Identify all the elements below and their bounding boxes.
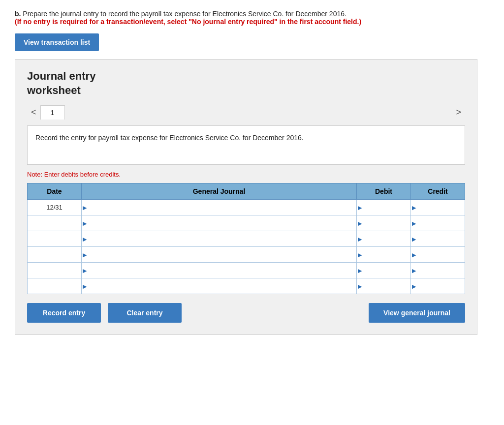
debit-arrow-icon-5: ▶ (358, 283, 362, 289)
table-row: ▶▶▶ (28, 231, 465, 247)
credit-cell-3[interactable]: ▶ (411, 247, 465, 263)
worksheet-container: Journal entry worksheet < 1 > Record the… (15, 59, 477, 335)
credit-input-2[interactable] (411, 231, 465, 246)
tab-right-arrow[interactable]: > (452, 105, 465, 120)
credit-cell-0[interactable]: ▶ (411, 200, 465, 215)
header-credit: Credit (411, 183, 465, 200)
table-row: ▶▶▶ (28, 215, 465, 231)
debit-cell-0[interactable]: ▶ (357, 200, 411, 215)
table-row: ▶▶▶ (28, 200, 465, 215)
question-text: b. Prepare the journal entry to record t… (15, 10, 489, 26)
date-cell-2[interactable] (28, 231, 82, 247)
gj-cell-1[interactable]: ▶ (82, 215, 357, 231)
date-input-1[interactable] (30, 215, 79, 231)
date-cell-4[interactable] (28, 263, 82, 278)
debit-input-3[interactable] (357, 247, 410, 262)
credit-arrow-icon-4: ▶ (412, 267, 416, 273)
gj-cell-5[interactable]: ▶ (82, 278, 357, 294)
date-cell-1[interactable] (28, 215, 82, 231)
record-entry-button[interactable]: Record entry (27, 303, 101, 323)
credit-cell-5[interactable]: ▶ (411, 278, 465, 294)
cell-arrow-icon-3: ▶ (83, 251, 87, 258)
date-input-3[interactable] (30, 247, 79, 262)
credit-cell-2[interactable]: ▶ (411, 231, 465, 247)
cell-arrow-icon-5: ▶ (83, 283, 87, 289)
table-row: ▶▶▶ (28, 278, 465, 294)
date-cell-5[interactable] (28, 278, 82, 294)
worksheet-title: Journal entry worksheet (27, 69, 465, 97)
date-cell-3[interactable] (28, 247, 82, 263)
cell-arrow-icon-1: ▶ (83, 220, 87, 226)
entry-description-text: Record the entry for payroll tax expense… (35, 134, 304, 142)
credit-input-4[interactable] (411, 263, 465, 278)
debit-input-0[interactable] (357, 200, 410, 215)
credit-arrow-icon-3: ▶ (412, 251, 416, 258)
debit-arrow-icon-4: ▶ (358, 267, 362, 273)
credit-input-5[interactable] (411, 278, 465, 294)
debit-cell-1[interactable]: ▶ (357, 215, 411, 231)
gj-input-3[interactable] (91, 247, 356, 262)
gj-input-0[interactable] (91, 200, 356, 215)
question-label: b. (15, 10, 21, 18)
cell-arrow-icon-2: ▶ (83, 236, 87, 242)
debit-arrow-icon-2: ▶ (358, 236, 362, 242)
debit-arrow-icon-1: ▶ (358, 220, 362, 226)
tab-navigation: < 1 > (27, 105, 465, 120)
date-input-5[interactable] (30, 278, 79, 294)
view-general-journal-button[interactable]: View general journal (369, 303, 465, 323)
credit-cell-1[interactable]: ▶ (411, 215, 465, 231)
header-general-journal: General Journal (82, 183, 357, 200)
view-transaction-list-button[interactable]: View transaction list (15, 33, 99, 51)
debit-cell-5[interactable]: ▶ (357, 278, 411, 294)
credit-arrow-icon-2: ▶ (412, 236, 416, 242)
header-debit: Debit (357, 183, 411, 200)
gj-input-4[interactable] (91, 263, 356, 278)
debit-cell-3[interactable]: ▶ (357, 247, 411, 263)
gj-cell-3[interactable]: ▶ (82, 247, 357, 263)
tab-1[interactable]: 1 (40, 105, 65, 120)
cell-arrow-icon-4: ▶ (83, 267, 87, 273)
debit-cell-4[interactable]: ▶ (357, 263, 411, 278)
credit-input-3[interactable] (411, 247, 465, 262)
credit-input-0[interactable] (411, 200, 465, 215)
gj-cell-0[interactable]: ▶ (82, 200, 357, 215)
main-instruction: Prepare the journal entry to record the … (23, 10, 346, 18)
gj-cell-4[interactable]: ▶ (82, 263, 357, 278)
journal-table: Date General Journal Debit Credit ▶▶▶▶▶▶… (27, 183, 465, 294)
date-cell-0[interactable] (28, 200, 82, 215)
gj-input-2[interactable] (91, 231, 356, 246)
credit-arrow-icon-1: ▶ (412, 220, 416, 226)
debit-input-2[interactable] (357, 231, 410, 246)
date-input-2[interactable] (30, 231, 79, 246)
gj-input-5[interactable] (91, 278, 356, 294)
date-input-4[interactable] (30, 263, 79, 278)
debit-input-5[interactable] (357, 278, 410, 294)
tab-left-arrow[interactable]: < (27, 105, 40, 120)
debit-input-4[interactable] (357, 263, 410, 278)
entry-description-box: Record the entry for payroll tax expense… (27, 125, 465, 165)
cell-arrow-icon-0: ▶ (83, 204, 87, 211)
credit-input-1[interactable] (411, 215, 465, 231)
gj-cell-2[interactable]: ▶ (82, 231, 357, 247)
credit-arrow-icon-5: ▶ (412, 283, 416, 289)
debit-input-1[interactable] (357, 215, 410, 231)
debit-cell-2[interactable]: ▶ (357, 231, 411, 247)
question-section: b. Prepare the journal entry to record t… (15, 10, 489, 26)
table-row: ▶▶▶ (28, 263, 465, 278)
debit-arrow-icon-3: ▶ (358, 251, 362, 258)
header-date: Date (28, 183, 82, 200)
credit-cell-4[interactable]: ▶ (411, 263, 465, 278)
red-instruction: (If no entry is required for a transacti… (15, 18, 361, 26)
debit-arrow-icon-0: ▶ (358, 204, 362, 211)
credit-arrow-icon-0: ▶ (412, 204, 416, 211)
table-row: ▶▶▶ (28, 247, 465, 263)
clear-entry-button[interactable]: Clear entry (108, 303, 182, 323)
button-row: Record entry Clear entry View general jo… (27, 303, 465, 323)
gj-input-1[interactable] (91, 215, 356, 231)
note-text: Note: Enter debits before credits. (27, 171, 465, 178)
date-input-0[interactable] (30, 200, 79, 215)
